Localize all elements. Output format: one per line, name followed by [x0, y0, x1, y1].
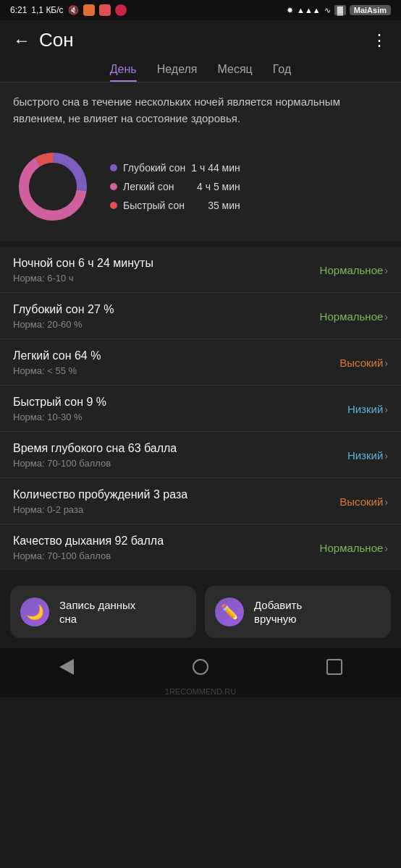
chevron-icon: › [384, 542, 388, 554]
sleep-chart-section: Глубокий сон 1 ч 44 мин Легкий сон 4 ч 5… [0, 135, 401, 241]
deep-score-title: Время глубокого сна 63 балла [13, 442, 177, 455]
deep-sleep-status: Нормальное › [320, 310, 388, 323]
stat-rem-sleep[interactable]: Быстрый сон 9 % Норма: 10-30 % Низкий › [0, 386, 401, 432]
breathing-title: Качество дыхания 92 балла [13, 535, 164, 548]
night-sleep-norm: Норма: 6-10 ч [13, 273, 153, 284]
bluetooth-icon: ✸ [287, 6, 293, 15]
legend-rem: Быстрый сон 35 мин [110, 200, 240, 211]
record-label: Запись данныхсна [59, 598, 135, 626]
tab-week[interactable]: Неделя [157, 63, 198, 82]
tab-day[interactable]: День [110, 63, 137, 82]
add-manual-button[interactable]: ✏️ Добавитьвручную [205, 586, 391, 638]
light-value: 4 ч 5 мин [197, 181, 240, 192]
chevron-icon: › [384, 265, 388, 276]
rem-sleep-title: Быстрый сон 9 % [13, 396, 106, 409]
recent-nav-icon [326, 659, 342, 675]
legend-light: Легкий сон 4 ч 5 мин [110, 181, 240, 192]
chevron-icon: › [384, 496, 388, 508]
night-sleep-title: Ночной сон 6 ч 24 минуты [13, 257, 153, 270]
tabs-bar: День Неделя Месяц Год [0, 57, 401, 82]
main-content: быстрого сна в течение нескольких ночей … [0, 82, 401, 648]
awakenings-title: Количество пробуждений 3 раза [13, 488, 187, 501]
app-icon-2 [99, 4, 111, 16]
chevron-icon: › [384, 311, 388, 323]
deep-value: 1 ч 44 мин [191, 162, 240, 174]
manual-icon: ✏️ [215, 597, 244, 626]
status-bar-left: 6:21 1,1 КБ/с 🔇 [10, 4, 127, 16]
stat-awakenings[interactable]: Количество пробуждений 3 раза Норма: 0-2… [0, 478, 401, 524]
deep-score-status: Низкий › [347, 449, 388, 461]
light-dot [110, 183, 117, 190]
breathing-norm: Норма: 70-100 баллов [13, 550, 164, 561]
record-sleep-button[interactable]: 🌙 Запись данныхсна [10, 586, 196, 638]
light-sleep-norm: Норма: < 55 % [13, 365, 101, 376]
chevron-icon: › [384, 450, 388, 461]
nav-back-button[interactable] [51, 657, 82, 677]
wifi-icon: ∿ [324, 6, 331, 15]
status-bar-right: ✸ ▲▲▲ ∿ ▓ MaiAsim [287, 5, 391, 15]
menu-button[interactable]: ⋮ [371, 31, 388, 50]
status-bar: 6:21 1,1 КБ/с 🔇 ✸ ▲▲▲ ∿ ▓ MaiAsim [0, 0, 401, 20]
rem-label: Быстрый сон [123, 200, 202, 211]
awakenings-norm: Норма: 0-2 раза [13, 504, 187, 515]
battery-icon: ▓ [334, 5, 346, 15]
tab-year[interactable]: Год [273, 63, 291, 82]
stat-deep-sleep[interactable]: Глубокий сон 27 % Норма: 20-60 % Нормаль… [0, 293, 401, 339]
record-icon: 🌙 [20, 597, 49, 626]
chevron-icon: › [384, 357, 388, 369]
deep-sleep-title: Глубокий сон 27 % [13, 303, 114, 316]
tab-month[interactable]: Месяц [218, 63, 253, 82]
nav-recent-button[interactable] [319, 657, 350, 677]
stat-breathing[interactable]: Качество дыхания 92 балла Норма: 70-100 … [0, 524, 401, 570]
rem-sleep-norm: Норма: 10-30 % [13, 412, 106, 422]
status-data: 1,1 КБ/с [31, 5, 63, 15]
nav-home-button[interactable] [185, 657, 216, 677]
deep-dot [110, 164, 117, 171]
manual-label: Добавитьвручную [254, 598, 302, 626]
info-text: быстрого сна в течение нескольких ночей … [0, 82, 401, 135]
chevron-icon: › [384, 404, 388, 415]
sleep-legend: Глубокий сон 1 ч 44 мин Легкий сон 4 ч 5… [110, 162, 240, 211]
nav-bar [0, 648, 401, 684]
legend-deep: Глубокий сон 1 ч 44 мин [110, 162, 240, 174]
deep-sleep-norm: Норма: 20-60 % [13, 319, 114, 330]
bottom-buttons: 🌙 Запись данныхсна ✏️ Добавитьвручную [0, 576, 401, 648]
home-nav-icon [193, 659, 208, 675]
stat-light-sleep[interactable]: Легкий сон 64 % Норма: < 55 % Высокий › [0, 339, 401, 386]
header: ← Сон ⋮ [0, 20, 401, 57]
deep-label: Глубокий сон [123, 162, 185, 174]
donut-svg [13, 147, 93, 226]
light-sleep-status: Высокий › [339, 357, 388, 369]
stats-section: Ночной сон 6 ч 24 минуты Норма: 6-10 ч Н… [0, 247, 401, 570]
header-left: ← Сон [13, 29, 74, 51]
page-title: Сон [39, 29, 74, 51]
sleep-donut-chart [13, 147, 93, 226]
app-icon-1 [83, 4, 95, 16]
deep-score-norm: Норма: 70-100 баллов [13, 458, 177, 469]
light-label: Легкий сон [123, 181, 191, 192]
awakenings-status: Высокий › [339, 495, 388, 508]
stat-night-sleep[interactable]: Ночной сон 6 ч 24 минуты Норма: 6-10 ч Н… [0, 247, 401, 293]
rem-sleep-status: Низкий › [347, 403, 388, 415]
rem-value: 35 мин [208, 200, 240, 211]
rem-dot [110, 202, 117, 209]
mute-icon: 🔇 [68, 5, 79, 15]
status-username: MaiAsim [350, 5, 391, 15]
status-time: 6:21 [10, 5, 27, 15]
signal-icon: ▲▲▲ [297, 6, 321, 14]
light-sleep-title: Легкий сон 64 % [13, 349, 101, 362]
back-button[interactable]: ← [13, 30, 30, 51]
breathing-status: Нормальное › [320, 542, 388, 554]
night-sleep-status: Нормальное › [320, 264, 388, 276]
app-icon-3 [115, 4, 127, 16]
back-nav-icon [59, 659, 74, 675]
stat-deep-sleep-score[interactable]: Время глубокого сна 63 балла Норма: 70-1… [0, 432, 401, 478]
watermark: 1RECOMMEND.RU [0, 684, 401, 697]
